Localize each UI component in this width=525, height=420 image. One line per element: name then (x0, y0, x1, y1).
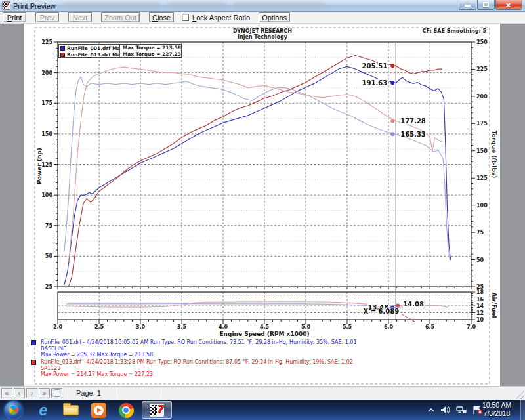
status-bar: « ‹ › » Page: 1 (0, 386, 525, 400)
window-title: Print Preview (13, 2, 56, 10)
run-swatch-blue (31, 340, 36, 345)
marker-label: 14.08 (403, 301, 424, 308)
windows-logo-icon (7, 404, 19, 415)
svg-text:3.5: 3.5 (177, 324, 187, 330)
clock-date: 7/3/2018 (478, 410, 516, 418)
svg-text:250: 250 (476, 39, 488, 45)
minimize-button[interactable] (459, 0, 476, 10)
first-page-button[interactable]: « (1, 388, 12, 398)
next-button[interactable]: Next (68, 12, 92, 22)
svg-text:50: 50 (476, 257, 484, 263)
start-button[interactable] (5, 401, 22, 419)
svg-text:175: 175 (476, 121, 488, 127)
run-info-line: BASELINE (41, 346, 357, 352)
show-desktop-button[interactable] (520, 400, 525, 420)
options-button[interactable]: Options (259, 12, 290, 22)
print-button[interactable]: Print (3, 12, 26, 22)
run-swatch-red (31, 360, 36, 365)
svg-text:200: 200 (41, 70, 52, 76)
svg-text:225: 225 (41, 39, 52, 45)
dynojet-app-taskbar-button[interactable]: 7 (142, 401, 172, 419)
svg-text:25: 25 (45, 284, 53, 290)
marker-label: 177.28 (400, 117, 426, 125)
run-info-line: Max Power = 214.17 Max Torque = 227.23 (41, 371, 353, 378)
svg-text:6.5: 6.5 (425, 324, 435, 330)
svg-text:2.5: 2.5 (94, 324, 104, 330)
volume-icon[interactable] (440, 406, 450, 414)
svg-text:3.0: 3.0 (136, 324, 146, 330)
network-icon[interactable] (456, 406, 467, 414)
svg-text:225: 225 (476, 66, 488, 72)
svg-text:125: 125 (41, 162, 52, 168)
taskbar-clock[interactable]: 10:50 AM 7/3/2018 (478, 401, 516, 418)
marker-dot-14.08 (396, 304, 400, 308)
marker-dot-205.51 (390, 64, 394, 68)
svg-text:100: 100 (41, 192, 52, 198)
redacted-title-text (62, 3, 161, 9)
svg-text:6.0: 6.0 (384, 324, 394, 330)
svg-text:7.0: 7.0 (467, 324, 476, 330)
dynojet-app-icon: 7 (150, 404, 164, 417)
run-info-line: SP1123 (41, 366, 353, 372)
svg-text:125: 125 (476, 175, 488, 181)
prev-button[interactable]: Prev (35, 12, 59, 22)
x-axis-title: Engine Speed (RPM x1000) (166, 331, 363, 337)
marker-dot-177.28 (390, 119, 394, 123)
redacted-title-text (233, 3, 325, 9)
marker-dot-191.63 (390, 81, 394, 85)
chrome-icon[interactable] (117, 402, 135, 419)
close-window-button[interactable] (495, 0, 522, 10)
last-page-button[interactable]: » (39, 388, 50, 398)
legend-row-run013: RunFile_013.drf Max Power = 214.17 Max T… (59, 51, 181, 58)
maximize-button[interactable] (477, 0, 495, 10)
page-indicator: Page: 1 (76, 389, 101, 397)
file-explorer-icon[interactable] (62, 402, 80, 419)
prev-page-button[interactable]: ‹ (14, 388, 25, 398)
legend-row-run001: RunFile_001.drf Max Power = 205.32 Max T… (59, 45, 181, 51)
run-info-baseline: RunFile_001.drf - 4/24/2018 10:05:05 AM … (31, 339, 357, 358)
svg-text:2.0: 2.0 (53, 324, 63, 330)
run-info-line: RunFile_001.drf - 4/24/2018 10:05:05 AM … (41, 339, 357, 346)
run-info-line: RunFile_013.drf - 4/24/2018 1:33:28 PM R… (41, 359, 353, 366)
svg-text:18: 18 (476, 289, 484, 295)
internet-explorer-icon[interactable]: e (34, 402, 52, 419)
afr-axis-label: Air/Fuel (491, 285, 497, 325)
zoom-out-button[interactable]: Zoom Out (101, 12, 140, 22)
svg-text:75: 75 (476, 230, 484, 236)
report-page: 2550751001251501752002252550751001251501… (24, 24, 500, 386)
report-subtitle: Injen Technology (164, 34, 361, 40)
svg-text:175: 175 (41, 100, 52, 106)
svg-text:16: 16 (476, 297, 484, 303)
title-bar: 7 Print Preview (0, 0, 525, 12)
redacted-title-text (167, 3, 226, 9)
run-info-sp1123: RunFile_013.drf - 4/24/2018 1:33:28 PM R… (31, 359, 353, 378)
marker-label: 191.63 (362, 79, 388, 87)
close-button[interactable]: Close (149, 12, 174, 22)
marker-label: 165.33 (400, 131, 426, 138)
svg-text:10: 10 (476, 317, 484, 323)
toolbar: Print Prev Next Zoom Out Close Lock Aspe… (0, 12, 525, 24)
marker-dot-165.33 (390, 132, 394, 136)
page-view-button[interactable] (51, 388, 62, 398)
hidden-icons-arrow[interactable] (428, 408, 434, 413)
marker-label: 205.51 (362, 62, 388, 70)
svg-text:200: 200 (476, 94, 488, 100)
preview-workspace: 2550751001251501752002252550751001251501… (0, 24, 525, 386)
svg-text:5.5: 5.5 (343, 324, 352, 330)
report-company: DYNOJET RESEARCH (164, 28, 361, 34)
media-player-icon[interactable] (89, 402, 108, 419)
svg-text:5.0: 5.0 (301, 324, 311, 330)
chart-legend: RunFile_001.drf Max Power = 205.32 Max T… (58, 44, 182, 58)
svg-text:100: 100 (476, 203, 488, 209)
resize-grip[interactable] (516, 390, 524, 399)
svg-text:150: 150 (476, 148, 488, 154)
next-page-button[interactable]: › (26, 388, 37, 398)
svg-text:150: 150 (41, 131, 52, 137)
system-tray (422, 400, 483, 420)
cursor-x-label: X = 6.089 (364, 308, 400, 315)
svg-text:50: 50 (45, 253, 53, 259)
run-info-line: Max Power = 205.32 Max Torque = 213.58 (41, 352, 357, 358)
app-icon: 7 (2, 1, 10, 10)
svg-text:14: 14 (476, 303, 484, 309)
lock-aspect-ratio-checkbox[interactable] (182, 14, 189, 21)
